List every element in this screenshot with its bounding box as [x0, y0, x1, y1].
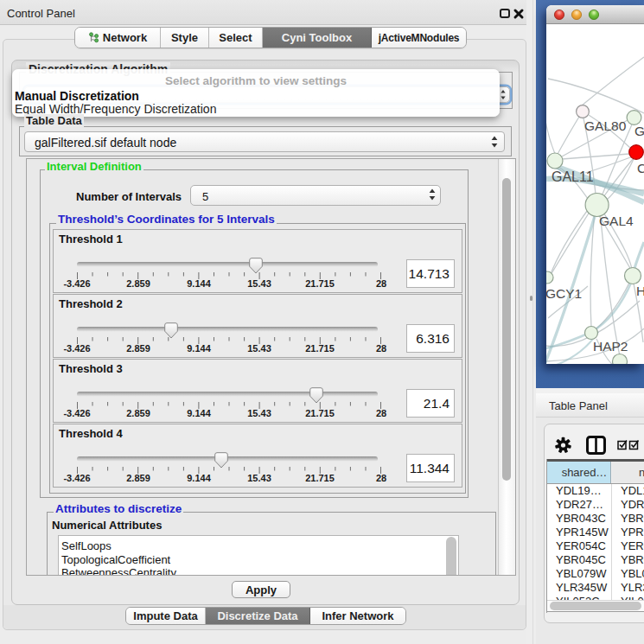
svg-text:GAL4: GAL4: [599, 214, 634, 228]
svg-text:HAP2: HAP2: [593, 339, 628, 354]
svg-text:GCY1: GCY1: [546, 286, 582, 301]
svg-text:GA: GA: [634, 124, 644, 138]
svg-text:C: C: [637, 161, 644, 175]
svg-text:H: H: [636, 284, 644, 298]
svg-text:GAL80: GAL80: [584, 118, 627, 133]
svg-text:GAL11: GAL11: [552, 169, 594, 184]
